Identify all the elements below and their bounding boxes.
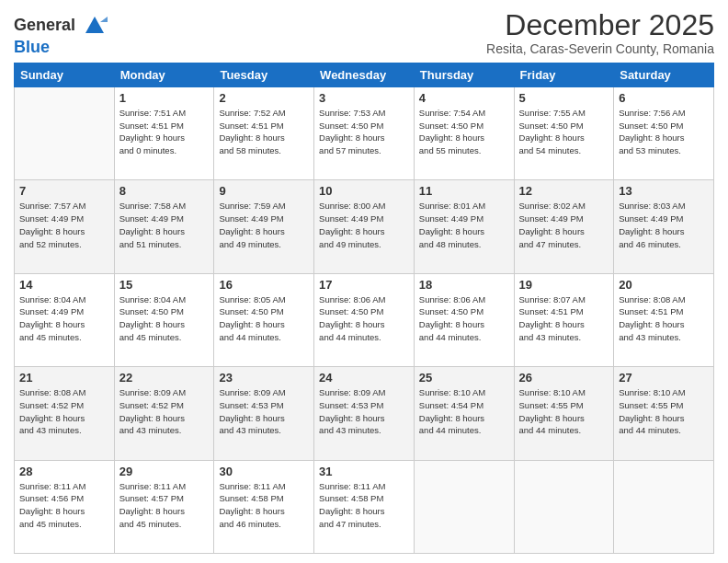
day-info: Sunrise: 8:06 AMSunset: 4:50 PMDaylight:… — [319, 293, 409, 344]
day-number: 24 — [319, 371, 409, 385]
table-row: 22Sunrise: 8:09 AMSunset: 4:52 PMDayligh… — [114, 367, 214, 460]
day-number: 25 — [419, 371, 509, 385]
day-number: 13 — [619, 184, 709, 198]
day-number: 19 — [519, 278, 609, 292]
day-info: Sunrise: 8:10 AMSunset: 4:55 PMDaylight:… — [619, 386, 709, 437]
table-row: 11Sunrise: 8:01 AMSunset: 4:49 PMDayligh… — [414, 180, 514, 273]
logo: General Blue — [14, 13, 108, 57]
day-number: 12 — [519, 184, 609, 198]
month-title: December 2025 — [486, 9, 714, 41]
day-info: Sunrise: 7:58 AMSunset: 4:49 PMDaylight:… — [119, 200, 210, 250]
day-info: Sunrise: 7:54 AMSunset: 4:50 PMDaylight:… — [419, 107, 509, 157]
table-row: 15Sunrise: 8:04 AMSunset: 4:50 PMDayligh… — [114, 273, 214, 366]
day-number: 3 — [319, 91, 409, 105]
table-row: 25Sunrise: 8:10 AMSunset: 4:54 PMDayligh… — [414, 367, 514, 460]
day-number: 14 — [19, 278, 109, 292]
title-block: December 2025 Resita, Caras-Severin Coun… — [486, 9, 714, 56]
table-row: 12Sunrise: 8:02 AMSunset: 4:49 PMDayligh… — [514, 180, 614, 273]
table-row: 29Sunrise: 8:11 AMSunset: 4:57 PMDayligh… — [114, 460, 214, 553]
header-monday: Monday — [114, 63, 214, 86]
table-row: 14Sunrise: 8:04 AMSunset: 4:49 PMDayligh… — [15, 273, 115, 366]
day-number: 15 — [119, 278, 210, 292]
table-row: 20Sunrise: 8:08 AMSunset: 4:51 PMDayligh… — [614, 273, 714, 366]
day-info: Sunrise: 8:10 AMSunset: 4:55 PMDaylight:… — [519, 386, 609, 437]
table-row: 5Sunrise: 7:55 AMSunset: 4:50 PMDaylight… — [514, 86, 614, 179]
day-info: Sunrise: 8:07 AMSunset: 4:51 PMDaylight:… — [519, 293, 609, 344]
day-info: Sunrise: 7:59 AMSunset: 4:49 PMDaylight:… — [219, 200, 309, 250]
day-number: 30 — [219, 465, 309, 478]
day-number: 10 — [319, 184, 409, 198]
table-row: 30Sunrise: 8:11 AMSunset: 4:58 PMDayligh… — [214, 460, 314, 553]
table-row: 6Sunrise: 7:56 AMSunset: 4:50 PMDaylight… — [614, 86, 714, 179]
calendar-header-row: Sunday Monday Tuesday Wednesday Thursday… — [15, 63, 714, 86]
day-info: Sunrise: 8:11 AMSunset: 4:56 PMDaylight:… — [19, 480, 109, 531]
header-wednesday: Wednesday — [314, 63, 415, 86]
day-info: Sunrise: 8:11 AMSunset: 4:57 PMDaylight:… — [119, 480, 210, 531]
day-info: Sunrise: 7:51 AMSunset: 4:51 PMDaylight:… — [119, 107, 210, 157]
day-info: Sunrise: 7:53 AMSunset: 4:50 PMDaylight:… — [319, 107, 409, 157]
table-row: 26Sunrise: 8:10 AMSunset: 4:55 PMDayligh… — [514, 367, 614, 460]
table-row: 8Sunrise: 7:58 AMSunset: 4:49 PMDaylight… — [114, 180, 214, 273]
day-info: Sunrise: 8:11 AMSunset: 4:58 PMDaylight:… — [219, 480, 309, 531]
day-info: Sunrise: 7:56 AMSunset: 4:50 PMDaylight:… — [619, 107, 709, 157]
day-info: Sunrise: 8:05 AMSunset: 4:50 PMDaylight:… — [219, 293, 309, 344]
table-row: 16Sunrise: 8:05 AMSunset: 4:50 PMDayligh… — [214, 273, 314, 366]
day-info: Sunrise: 8:01 AMSunset: 4:49 PMDaylight:… — [419, 200, 509, 250]
day-info: Sunrise: 8:09 AMSunset: 4:53 PMDaylight:… — [319, 386, 409, 437]
logo-blue: Blue — [14, 38, 50, 56]
table-row: 3Sunrise: 7:53 AMSunset: 4:50 PMDaylight… — [314, 86, 415, 179]
table-row: 27Sunrise: 8:10 AMSunset: 4:55 PMDayligh… — [614, 367, 714, 460]
day-info: Sunrise: 8:06 AMSunset: 4:50 PMDaylight:… — [419, 293, 509, 344]
table-row: 2Sunrise: 7:52 AMSunset: 4:51 PMDaylight… — [214, 86, 314, 179]
table-row: 4Sunrise: 7:54 AMSunset: 4:50 PMDaylight… — [414, 86, 514, 179]
day-info: Sunrise: 8:09 AMSunset: 4:53 PMDaylight:… — [219, 386, 309, 437]
day-info: Sunrise: 7:55 AMSunset: 4:50 PMDaylight:… — [519, 107, 609, 157]
day-info: Sunrise: 8:02 AMSunset: 4:49 PMDaylight:… — [519, 200, 609, 250]
table-row: 17Sunrise: 8:06 AMSunset: 4:50 PMDayligh… — [314, 273, 415, 366]
day-number: 7 — [19, 184, 109, 198]
day-info: Sunrise: 7:52 AMSunset: 4:51 PMDaylight:… — [219, 107, 309, 157]
day-number: 17 — [319, 278, 409, 292]
header-saturday: Saturday — [614, 63, 714, 86]
table-row: 19Sunrise: 8:07 AMSunset: 4:51 PMDayligh… — [514, 273, 614, 366]
table-row: 31Sunrise: 8:11 AMSunset: 4:58 PMDayligh… — [314, 460, 415, 553]
day-number: 18 — [419, 278, 509, 292]
table-row — [514, 460, 614, 553]
day-info: Sunrise: 8:10 AMSunset: 4:54 PMDaylight:… — [419, 386, 509, 437]
day-number: 28 — [19, 465, 109, 478]
table-row — [414, 460, 514, 553]
calendar-week-row: 7Sunrise: 7:57 AMSunset: 4:49 PMDaylight… — [15, 180, 714, 273]
header-sunday: Sunday — [15, 63, 115, 86]
table-row — [614, 460, 714, 553]
calendar-week-row: 1Sunrise: 7:51 AMSunset: 4:51 PMDaylight… — [15, 86, 714, 179]
day-info: Sunrise: 7:57 AMSunset: 4:49 PMDaylight:… — [19, 200, 109, 250]
table-row: 23Sunrise: 8:09 AMSunset: 4:53 PMDayligh… — [214, 367, 314, 460]
table-row: 9Sunrise: 7:59 AMSunset: 4:49 PMDaylight… — [214, 180, 314, 273]
day-info: Sunrise: 8:08 AMSunset: 4:51 PMDaylight:… — [619, 293, 709, 344]
calendar-table: Sunday Monday Tuesday Wednesday Thursday… — [14, 63, 714, 554]
header: General Blue December 2025 Resita, Caras… — [14, 9, 714, 57]
day-number: 16 — [219, 278, 309, 292]
header-thursday: Thursday — [414, 63, 514, 86]
day-number: 22 — [119, 371, 210, 385]
svg-marker-0 — [85, 17, 104, 33]
day-info: Sunrise: 8:04 AMSunset: 4:49 PMDaylight:… — [19, 293, 109, 344]
day-number: 21 — [19, 371, 109, 385]
day-number: 29 — [119, 465, 210, 478]
calendar-week-row: 14Sunrise: 8:04 AMSunset: 4:49 PMDayligh… — [15, 273, 714, 366]
header-friday: Friday — [514, 63, 614, 86]
table-row: 7Sunrise: 7:57 AMSunset: 4:49 PMDaylight… — [15, 180, 115, 273]
table-row: 13Sunrise: 8:03 AMSunset: 4:49 PMDayligh… — [614, 180, 714, 273]
table-row: 28Sunrise: 8:11 AMSunset: 4:56 PMDayligh… — [15, 460, 115, 553]
day-number: 1 — [119, 91, 210, 105]
svg-marker-1 — [100, 17, 108, 22]
table-row: 1Sunrise: 7:51 AMSunset: 4:51 PMDaylight… — [114, 86, 214, 179]
day-number: 5 — [519, 91, 609, 105]
table-row: 24Sunrise: 8:09 AMSunset: 4:53 PMDayligh… — [314, 367, 415, 460]
table-row: 21Sunrise: 8:08 AMSunset: 4:52 PMDayligh… — [15, 367, 115, 460]
page: General Blue December 2025 Resita, Caras… — [0, 0, 728, 563]
header-tuesday: Tuesday — [214, 63, 314, 86]
day-info: Sunrise: 8:08 AMSunset: 4:52 PMDaylight:… — [19, 386, 109, 437]
day-info: Sunrise: 8:09 AMSunset: 4:52 PMDaylight:… — [119, 386, 210, 437]
day-number: 4 — [419, 91, 509, 105]
